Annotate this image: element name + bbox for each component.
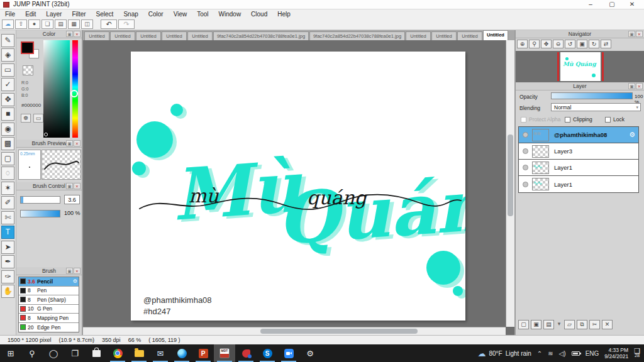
undo-button[interactable]: ↶ (101, 19, 117, 29)
rotate-cw-icon[interactable]: ↻ (589, 40, 599, 48)
hand-tool[interactable]: ✋ (1, 285, 14, 298)
brush-opacity-slider[interactable] (20, 210, 60, 217)
navigator-preview[interactable]: Mù Quáng (516, 51, 644, 82)
close-icon[interactable]: ✕ (74, 183, 80, 189)
vertical-scrollbar-thumb[interactable] (508, 134, 513, 216)
lock-checkbox[interactable] (605, 117, 611, 123)
visibility-toggle-icon[interactable] (523, 132, 528, 138)
bucket-tool[interactable]: ◉ (1, 123, 14, 136)
close-button[interactable]: ✕ (623, 0, 641, 9)
start-button[interactable]: ⊞ (0, 344, 21, 362)
menu-edit[interactable]: Edit (20, 11, 41, 18)
palette-icon[interactable]: ◫ (81, 19, 93, 29)
primary-color-swatch[interactable] (21, 41, 34, 54)
visibility-toggle-icon[interactable] (523, 165, 528, 170)
taskbar-jump-paint-active[interactable]: MDT (214, 344, 235, 362)
new-1bit-layer-icon[interactable]: ▤ (543, 320, 554, 329)
message-icon[interactable]: ❏ (42, 19, 53, 29)
brush-size-value[interactable]: 3.6 (64, 195, 80, 204)
taskbar-powerpoint[interactable]: P (192, 344, 214, 362)
brush-row-g-pen[interactable]: 10 G Pen (19, 305, 79, 314)
redo-button[interactable]: ↷ (118, 19, 135, 29)
cortana-button[interactable]: ◯ (43, 344, 64, 362)
popout-icon[interactable]: ▣ (66, 140, 73, 146)
sv-picker-marker[interactable] (44, 133, 48, 136)
taskbar-zoom[interactable] (278, 344, 299, 362)
delete-layer-icon[interactable]: ✕ (602, 320, 613, 329)
close-icon[interactable]: ✕ (636, 83, 643, 89)
close-icon[interactable]: ✕ (74, 268, 80, 274)
menu-color[interactable]: Color (143, 11, 169, 18)
hue-slider-marker[interactable] (70, 90, 78, 97)
menu-window[interactable]: Window (214, 11, 247, 18)
tab-untitled[interactable]: Untitled (431, 31, 457, 40)
tab-untitled[interactable]: Untitled (457, 31, 482, 40)
reset-view-icon[interactable]: ▣ (577, 40, 587, 48)
hue-slider[interactable] (72, 40, 78, 138)
color-slot-icon[interactable]: ▭ (33, 114, 43, 123)
flip-icon[interactable]: ⇄ (601, 40, 611, 48)
cloud-icon[interactable]: ☁ (2, 19, 14, 29)
clipping-checkbox[interactable] (565, 117, 570, 123)
tab-untitled[interactable]: Untitled (84, 31, 109, 40)
layer-type-dropdown-icon[interactable]: ▾ (556, 320, 562, 329)
menu-filter[interactable]: Filter (67, 11, 91, 18)
new-folder-icon[interactable]: ▱ (564, 320, 575, 329)
menu-layer[interactable]: Layer (41, 11, 67, 18)
eyedropper-tool[interactable]: ✑ (1, 270, 14, 283)
popout-icon[interactable]: ▣ (66, 268, 73, 274)
object-select-tool[interactable]: ➤ (1, 241, 14, 254)
new-layer-icon[interactable]: ▢ (518, 320, 529, 329)
popout-icon[interactable]: ▣ (66, 183, 73, 189)
visibility-toggle-icon[interactable] (523, 148, 528, 154)
blending-select[interactable]: Normal ▾ (551, 103, 641, 111)
zoom-tool-icon[interactable]: ⚲ (529, 40, 540, 48)
lasso-tool[interactable]: ◌ (1, 167, 14, 180)
drawing-canvas[interactable]: Mù Quáng Mù Quáng (131, 52, 465, 321)
new-8bit-layer-icon[interactable]: ▣ (531, 320, 541, 329)
brush-row-pencil[interactable]: 3.6 Pencil ⚙ (19, 277, 79, 287)
fill-rect-tool[interactable]: ■ (1, 107, 14, 121)
popout-icon[interactable]: ▣ (628, 83, 635, 89)
battery-icon[interactable] (572, 351, 580, 356)
tab-untitled[interactable]: Untitled (406, 31, 431, 40)
menu-snap[interactable]: Snap (118, 11, 143, 18)
menu-cloud[interactable]: Cloud (246, 11, 272, 18)
vertical-scrollbar[interactable] (506, 40, 514, 327)
task-view-button[interactable]: ❐ (64, 344, 86, 362)
select-pen-tool[interactable]: ✐ (1, 196, 14, 209)
maximize-button[interactable]: ▢ (602, 0, 621, 9)
tab-untitled[interactable]: Untitled (136, 31, 161, 40)
fit-screen-icon[interactable]: ✥ (541, 40, 552, 48)
text-tool[interactable]: T (1, 226, 14, 239)
taskbar-edge[interactable] (171, 344, 192, 362)
tab-jpg-file[interactable]: 9fac740c2a854d22b47038c788fea0e1.jpg (213, 31, 309, 40)
divide-tool[interactable]: ✒ (1, 255, 14, 268)
clock[interactable]: 4:33 PM 9/24/2021 (604, 347, 628, 359)
panel-layout-icon[interactable]: ▦ (68, 19, 80, 29)
brush-tool[interactable]: ✎ (1, 34, 14, 47)
rotate-ccw-icon[interactable]: ↺ (565, 40, 575, 48)
popout-icon[interactable]: ▣ (628, 31, 635, 37)
notification-center[interactable]: ❑ 28 (634, 348, 640, 358)
brush-row-pen-sharp[interactable]: 8 Pen (Sharp) (19, 295, 79, 305)
layer-row[interactable]: ∿∿ Layer1 (519, 160, 638, 176)
weather-widget[interactable]: ☁ 80°F Light rain (477, 349, 531, 358)
taskbar-search[interactable]: ⚲ (21, 344, 43, 362)
move-tool[interactable]: ✥ (1, 93, 14, 106)
menu-help[interactable]: Help (272, 11, 296, 18)
eraser-tool[interactable]: ◈ (1, 48, 14, 62)
minimize-button[interactable]: – (581, 0, 600, 9)
close-icon[interactable]: ✕ (74, 140, 80, 146)
brush-row-pen[interactable]: 8 Pen (19, 287, 79, 296)
palette-wheel-icon[interactable]: ☸ (21, 114, 31, 123)
select-eraser-tool[interactable]: ✄ (1, 211, 14, 224)
speaker-icon[interactable]: ◁) (559, 350, 566, 357)
magic-wand-tool[interactable]: ✶ (1, 182, 14, 195)
brush-settings-icon[interactable]: ⚙ (73, 278, 77, 284)
zoom-in-icon[interactable]: ⊕ (517, 40, 528, 48)
tab-untitled-active[interactable]: Untitled (483, 30, 508, 40)
document-icon[interactable]: ▤ (55, 19, 67, 29)
layer-row[interactable]: ∿∿ Layer1 (519, 176, 638, 192)
layer-row[interactable]: Layer3 (519, 143, 638, 160)
